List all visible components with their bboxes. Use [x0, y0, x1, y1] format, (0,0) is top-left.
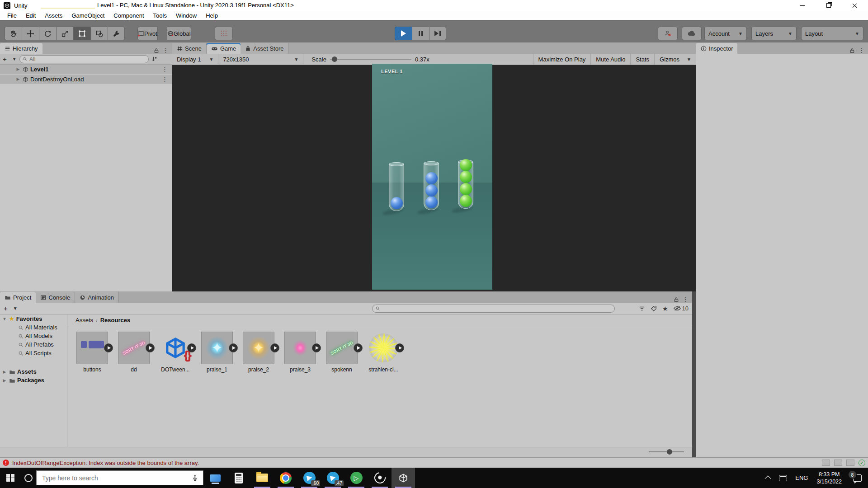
tab-inspector[interactable]: Inspector — [696, 43, 737, 54]
kebab-menu-icon[interactable]: ⋮ — [683, 296, 689, 303]
taskbar-app-telegram-1[interactable]: .60 — [297, 468, 321, 488]
breadcrumb-assets[interactable]: Assets — [75, 317, 93, 324]
pivot-toggle[interactable]: Pivot — [137, 27, 158, 40]
play-asset-button[interactable] — [146, 343, 155, 352]
menu-window[interactable]: Window — [171, 12, 201, 19]
hierarchy-search[interactable] — [19, 55, 149, 63]
taskbar-app-unity[interactable] — [392, 468, 415, 488]
tab-scene[interactable]: Scene — [172, 43, 207, 54]
minimize-button[interactable] — [789, 0, 816, 11]
tab-asset-store[interactable]: Asset Store — [241, 43, 288, 54]
global-toggle[interactable]: Global — [167, 27, 191, 40]
tube-3[interactable] — [458, 162, 473, 209]
hierarchy-item-level1[interactable]: ▶Level1⋮ — [0, 65, 172, 74]
tool-transform[interactable] — [90, 27, 108, 40]
project-search[interactable] — [372, 305, 615, 313]
game-viewport[interactable]: LEVEL 1 — [372, 64, 492, 290]
expand-arrow-icon[interactable]: ▶ — [15, 67, 21, 71]
expand-arrow-icon[interactable]: ▶ — [2, 370, 7, 374]
asset-praise-1[interactable]: ✦praise_1 — [200, 332, 234, 373]
menu-file[interactable]: File — [3, 12, 21, 19]
maximize-button[interactable] — [816, 0, 842, 11]
play-asset-button[interactable] — [104, 343, 113, 352]
play-asset-button[interactable] — [312, 343, 321, 352]
start-button[interactable] — [0, 468, 21, 488]
expand-arrow-icon[interactable]: ▼ — [2, 317, 7, 321]
asset-praise-2[interactable]: ✦praise_2 — [242, 332, 275, 373]
play-button[interactable] — [395, 27, 412, 40]
asset-buttons[interactable]: buttons — [75, 332, 109, 373]
sort-icon[interactable] — [151, 56, 158, 62]
game-button-gizmos[interactable]: Gizmos▼ — [654, 54, 696, 65]
tool-hand[interactable] — [5, 27, 22, 40]
hierarchy-item-dontdestroyonload[interactable]: ▶DontDestroyOnLoad⋮ — [0, 75, 172, 84]
lock-icon[interactable] — [674, 297, 679, 302]
play-asset-button[interactable] — [395, 343, 404, 352]
tube-1[interactable] — [389, 164, 404, 211]
taskbar-app-pc[interactable] — [203, 468, 227, 488]
tree-item-all-scripts[interactable]: All Scripts — [0, 349, 67, 357]
taskbar-search[interactable] — [36, 470, 203, 485]
language-indicator[interactable]: ENG — [791, 468, 812, 488]
close-button[interactable] — [842, 0, 868, 11]
asset-spokenn[interactable]: SORT IT 3Dspokenn — [325, 332, 359, 373]
tree-item-all-prefabs[interactable]: All Prefabs — [0, 340, 67, 349]
filter-icon[interactable] — [639, 305, 645, 312]
tool-custom[interactable] — [108, 27, 125, 40]
taskbar-app-calculator[interactable] — [227, 468, 250, 488]
status-bar[interactable]: ! IndexOutOfRangeException: Index was ou… — [0, 457, 868, 468]
menu-gameobject[interactable]: GameObject — [67, 12, 109, 19]
tab-project[interactable]: Project — [0, 292, 36, 303]
add-gameobject-button[interactable]: +▼ — [3, 55, 17, 63]
action-center-button[interactable]: 8 — [846, 468, 868, 488]
taskbar-search-input[interactable] — [41, 474, 188, 482]
tab-animation[interactable]: Animation — [75, 292, 119, 303]
tab-game[interactable]: Game — [207, 43, 241, 54]
thumbnail-zoom-slider[interactable] — [649, 451, 684, 452]
hierarchy-search-input[interactable] — [28, 56, 146, 63]
cortana-button[interactable] — [21, 468, 36, 488]
tree-item-all-materials[interactable]: All Materials — [0, 323, 67, 332]
asset-strahlen-cl-[interactable]: strahlen-cl... — [367, 332, 400, 373]
menu-assets[interactable]: Assets — [40, 12, 67, 19]
play-asset-button[interactable] — [229, 343, 238, 352]
display-dropdown[interactable]: Display 1▼ — [172, 54, 218, 65]
lock-icon[interactable] — [849, 48, 855, 53]
tool-scale[interactable] — [56, 27, 73, 40]
taskbar-app-green-play[interactable]: ▷ — [344, 468, 368, 488]
clock[interactable]: 8:33 PM 3/15/2022 — [812, 468, 846, 488]
taskbar-app-recorder[interactable] — [368, 468, 392, 488]
kebab-menu-icon[interactable]: ⋮ — [859, 47, 864, 54]
kebab-menu-icon[interactable]: ⋮ — [162, 76, 168, 83]
taskbar-app-chrome[interactable] — [274, 468, 297, 488]
hidden-packages-toggle[interactable]: 10 — [674, 305, 689, 312]
asset-dd[interactable]: SORT IT 3Ddd — [117, 332, 151, 373]
account-dropdown[interactable]: Account▼ — [704, 27, 747, 40]
tab-console[interactable]: Console — [36, 292, 75, 303]
play-asset-button[interactable] — [187, 343, 196, 352]
lock-icon[interactable] — [154, 48, 159, 53]
menu-tools[interactable]: Tools — [149, 12, 171, 19]
tray-icon[interactable] — [775, 468, 791, 488]
tree-item-all-models[interactable]: All Models — [0, 332, 67, 340]
label-icon[interactable] — [651, 305, 657, 312]
tree-favorites[interactable]: ▼★Favorites — [0, 314, 67, 323]
scale-slider[interactable] — [330, 59, 411, 60]
resolution-dropdown[interactable]: 720x1350▼ — [218, 54, 303, 65]
breadcrumb-current[interactable]: Resources — [100, 317, 130, 324]
play-asset-button[interactable] — [270, 343, 279, 352]
play-asset-button[interactable] — [354, 343, 363, 352]
kebab-menu-icon[interactable]: ⋮ — [162, 66, 168, 73]
tool-rect[interactable] — [73, 27, 90, 40]
tool-rotate[interactable] — [39, 27, 56, 40]
tab-hierarchy[interactable]: Hierarchy — [0, 43, 42, 54]
tree-folder-packages[interactable]: ▶Packages — [0, 376, 67, 385]
project-search-input[interactable] — [382, 305, 612, 312]
layers-dropdown[interactable]: Layers▼ — [751, 27, 797, 40]
menu-edit[interactable]: Edit — [21, 12, 40, 19]
asset-praise-3[interactable]: praise_3 — [283, 332, 317, 373]
tool-move[interactable] — [22, 27, 39, 40]
favorite-star-icon[interactable]: ★ — [662, 305, 668, 312]
expand-arrow-icon[interactable]: ▶ — [2, 378, 7, 383]
microphone-icon[interactable] — [192, 474, 198, 481]
